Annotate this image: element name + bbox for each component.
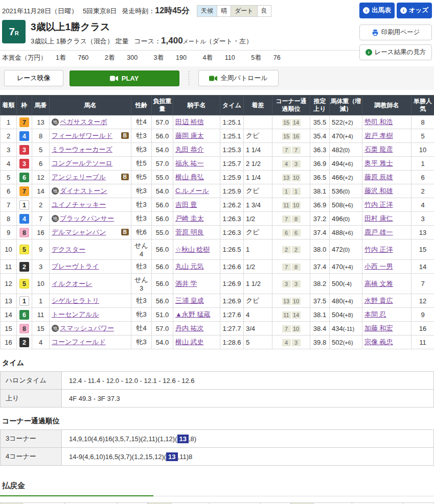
sex-age: 牡4 bbox=[131, 322, 152, 335]
race-number: 7 bbox=[9, 26, 15, 38]
trainer-name-link[interactable]: 竹内 正洋 bbox=[364, 201, 393, 208]
table-row: 436コングールテソーロ牡557.0福永 祐一1:25.72 1/24336.9… bbox=[1, 157, 434, 171]
horse-name-cell: シゲルヒラトリ bbox=[50, 294, 131, 308]
horse-name-cell: トーセンアルル bbox=[50, 308, 131, 322]
jockey-cell: 酒井 学 bbox=[173, 274, 220, 294]
divider bbox=[0, 50, 364, 51]
trainer-name-link[interactable]: 宗像 義忠 bbox=[364, 338, 393, 346]
play-button[interactable]: PLAY bbox=[70, 70, 179, 86]
trainer-name-link[interactable]: 鹿戸 雄一 bbox=[364, 228, 393, 236]
margin bbox=[244, 115, 272, 129]
horse-weight-diff: (+4) bbox=[343, 264, 353, 270]
corner-position-badge: 3 bbox=[292, 339, 301, 346]
jockey-name-link[interactable]: 藤岡 康太 bbox=[175, 132, 204, 139]
trainer-name-link[interactable]: 田村 康仁 bbox=[364, 214, 393, 222]
trainer-name-link[interactable]: 本間 忍 bbox=[364, 310, 386, 318]
horse-weight: 472 bbox=[332, 246, 343, 253]
corner-position-badge: 4 bbox=[282, 339, 291, 346]
trainer-cell: 藤沢 和雄 bbox=[362, 184, 412, 198]
trainer-name-link[interactable]: 奥平 雅士 bbox=[364, 159, 393, 167]
trainer-name-link[interactable]: 高橋 文雅 bbox=[364, 280, 393, 287]
horse-number: 1 bbox=[32, 294, 50, 308]
trainer-name-link[interactable]: 加藤 和宏 bbox=[364, 324, 393, 332]
horse-name-link[interactable]: ペガサスターボ bbox=[60, 118, 107, 126]
sex-age: 牝3 bbox=[131, 308, 152, 322]
jockey-name-link[interactable]: 丸山 元気 bbox=[175, 262, 204, 270]
horse-name-link[interactable]: ミラーウォーカーズ bbox=[52, 146, 112, 153]
horse-weight: 496 bbox=[332, 215, 343, 223]
trainer-name-link[interactable]: 藤原 辰雄 bbox=[364, 173, 393, 181]
jockey-name-link[interactable]: 横山 典弘 bbox=[175, 173, 204, 181]
corner-position-badge: 11 bbox=[282, 311, 291, 319]
jockey-name-link[interactable]: 横山 武史 bbox=[175, 338, 204, 346]
trainer-name-link[interactable]: 藤沢 和雄 bbox=[364, 187, 393, 195]
jockey-name-link[interactable]: 酒井 学 bbox=[175, 280, 197, 287]
horse-name-link[interactable]: ブレーヴトライ bbox=[52, 262, 99, 270]
horse-name-cell: 地スマッシュパワー bbox=[50, 322, 131, 335]
horse-name-link[interactable]: コーンフィールド bbox=[52, 338, 106, 346]
jockey-name-link[interactable]: 戸崎 圭太 bbox=[175, 214, 204, 222]
corner-position-badge: 13 bbox=[282, 298, 291, 305]
jockey-name-link[interactable]: 菅原 明良 bbox=[175, 228, 204, 236]
furlong-time-value: 12.4 - 11.4 - 12.0 - 12.0 - 12.1 - 12.6 … bbox=[62, 372, 434, 390]
course-unit: メートル bbox=[183, 38, 206, 44]
trainer-name-link[interactable]: 竹内 正洋 bbox=[364, 246, 393, 253]
print-page-button[interactable]: 印刷用ページ bbox=[359, 25, 432, 40]
result-guide-button[interactable]: › レース結果の見方 bbox=[359, 44, 432, 60]
course-label: コース： bbox=[134, 37, 161, 45]
horse-name-link[interactable]: ブラックパンサー bbox=[60, 214, 114, 222]
horse-name-link[interactable]: イルクオーレ bbox=[52, 280, 93, 287]
trainer-name-link[interactable]: 水野 貴広 bbox=[364, 297, 393, 304]
horse-name-link[interactable]: デルマシャンパン bbox=[52, 228, 106, 236]
horse-name-link[interactable]: フィールザワールド bbox=[52, 132, 112, 139]
jockey-name-link[interactable]: 丸田 恭介 bbox=[175, 146, 204, 153]
prize-amount: 760 bbox=[78, 54, 88, 61]
jockey-name-link[interactable]: ▲永野 猛蔵 bbox=[175, 310, 210, 318]
table-row: 12510イルクオーレせん356.0酒井 学1:26.91 1/23338.25… bbox=[1, 274, 434, 294]
corner-position-badge: 10 bbox=[292, 298, 301, 305]
race-result-page: › 出馬表 › オッズ 印刷用ページ › レース結果の見方 2021年11月28… bbox=[0, 0, 434, 504]
horse-name-link[interactable]: アンジェリーブル bbox=[52, 173, 106, 181]
jockey-name-link[interactable]: 田辺 裕信 bbox=[175, 118, 204, 126]
track-label: ダート bbox=[231, 6, 258, 16]
race-video-button[interactable]: レース映像 bbox=[4, 70, 63, 86]
horse-name-link[interactable]: シゲルヒラトリ bbox=[52, 297, 99, 304]
trainer-name-link[interactable]: 勢司 和浩 bbox=[364, 118, 393, 126]
frame-badge: 2 bbox=[19, 262, 29, 272]
jockey-name-link[interactable]: 福永 祐一 bbox=[175, 159, 204, 167]
horse-name-link[interactable]: コングールテソーロ bbox=[52, 159, 112, 167]
patrol-video-button[interactable]: 全周パトロール bbox=[198, 70, 279, 86]
prize-amount: 300 bbox=[127, 54, 138, 61]
trainer-cell: 加藤 和宏 bbox=[362, 322, 412, 335]
horse-name-link[interactable]: デクスター bbox=[52, 246, 85, 253]
last-3f: 38.1 bbox=[310, 308, 330, 322]
horse-name-link[interactable]: ダイナストーン bbox=[60, 187, 107, 195]
horse-name-link[interactable]: スマッシュパワー bbox=[60, 324, 114, 332]
regional-horse-icon: 地 bbox=[52, 325, 59, 332]
horse-name-link[interactable]: ユイノチャッキー bbox=[52, 201, 106, 208]
horse-name-link[interactable]: トーセンアルル bbox=[52, 310, 99, 318]
divider bbox=[0, 495, 434, 496]
jockey-name-link[interactable]: C.ルメール bbox=[175, 187, 209, 195]
entries-button[interactable]: › 出馬表 bbox=[359, 3, 395, 18]
jockey-name-link[interactable]: 吉田 豊 bbox=[175, 201, 197, 208]
frame-number-cell: 6 bbox=[17, 308, 32, 322]
trainer-cell: 石栗 龍彦 bbox=[362, 143, 412, 157]
trainer-name-link[interactable]: 小西 一男 bbox=[364, 262, 393, 270]
win-popularity: 13 bbox=[412, 226, 434, 239]
weather-label: 天候 bbox=[197, 6, 217, 16]
frame-number-cell: 3 bbox=[17, 157, 32, 171]
trainer-name-link[interactable]: 岩戸 孝樹 bbox=[364, 132, 393, 139]
jockey-name-link[interactable]: ☆秋山 稔樹 bbox=[175, 246, 210, 253]
frame-badge: 4 bbox=[19, 131, 29, 141]
odds-button[interactable]: › オッズ bbox=[397, 3, 432, 18]
horse-number: 9 bbox=[32, 239, 50, 260]
trainer-name-link[interactable]: 石栗 龍彦 bbox=[364, 146, 393, 153]
win-popularity: 3 bbox=[412, 212, 434, 226]
horse-number: 8 bbox=[32, 129, 50, 143]
finish-time: 1:26.5 bbox=[220, 239, 244, 260]
trainer-cell: 竹内 正洋 bbox=[362, 198, 412, 212]
jockey-name-link[interactable]: 丹内 祐次 bbox=[175, 324, 204, 332]
jockey-name-link[interactable]: 三浦 皇成 bbox=[175, 297, 204, 304]
corner-positions: 1514 bbox=[272, 115, 310, 129]
